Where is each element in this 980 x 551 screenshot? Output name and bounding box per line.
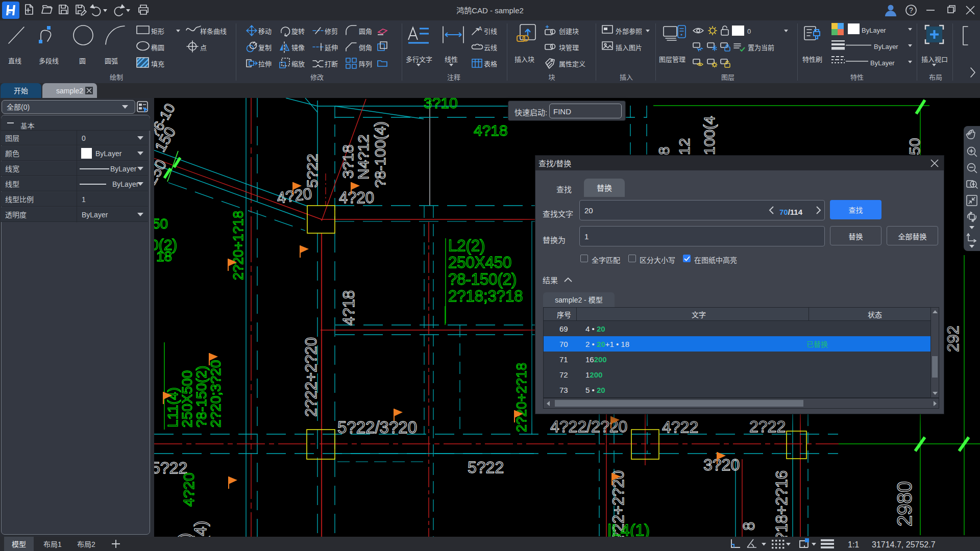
svg-text:?8-150(2): ?8-150(2) — [448, 270, 517, 288]
svg-text:4?18: 4?18 — [340, 290, 358, 325]
svg-text:2?20;3?20: 2?20;3?20 — [208, 360, 224, 428]
svg-text:12: 12 — [676, 138, 693, 155]
svg-text:?8-100(4): ?8-100(4) — [372, 121, 388, 188]
svg-text:2?22+2?20: 2?22+2?20 — [302, 337, 320, 417]
svg-text:4?18: 4?18 — [474, 122, 508, 139]
svg-text:2980: 2980 — [893, 481, 916, 527]
svg-text:250X500: 250X500 — [179, 370, 195, 428]
svg-text:3?20: 3?20 — [703, 456, 740, 474]
svg-text:8: 8 — [655, 146, 672, 155]
svg-text:100(4: 100(4 — [701, 116, 718, 155]
svg-text:4?20: 4?20 — [180, 472, 197, 507]
svg-text:18: 18 — [156, 248, 172, 264]
svg-text:50: 50 — [152, 216, 168, 232]
svg-text:50: 50 — [906, 138, 923, 155]
svg-text:2?18;3?18: 2?18;3?18 — [448, 287, 523, 305]
svg-text:L2(2): L2(2) — [448, 237, 485, 255]
svg-text:4?20: 4?20 — [339, 189, 374, 207]
svg-text:A: A — [478, 26, 482, 32]
svg-text:5?22/3?20: 5?22/3?20 — [337, 418, 417, 437]
svg-text:2?22: 2?22 — [749, 417, 786, 436]
svg-text:5?22: 5?22 — [468, 458, 504, 477]
svg-text:4?22: 4?22 — [662, 418, 698, 436]
svg-text:N4?12: N4?12 — [355, 135, 372, 180]
svg-text:?: ? — [909, 6, 913, 14]
svg-text:8: 8 — [740, 522, 758, 531]
svg-text:2?20+2?18: 2?20+2?18 — [514, 363, 529, 432]
svg-text:292: 292 — [944, 325, 962, 352]
svg-text:?8-150(2): ?8-150(2) — [193, 366, 209, 428]
svg-text:3?18: 3?18 — [339, 144, 356, 179]
svg-text:250X450: 250X450 — [448, 254, 511, 271]
svg-text:2?20+1?18: 2?20+1?18 — [231, 211, 246, 280]
svg-text:L11(4): L11(4) — [165, 387, 181, 428]
svg-text:5?22: 5?22 — [304, 154, 321, 188]
